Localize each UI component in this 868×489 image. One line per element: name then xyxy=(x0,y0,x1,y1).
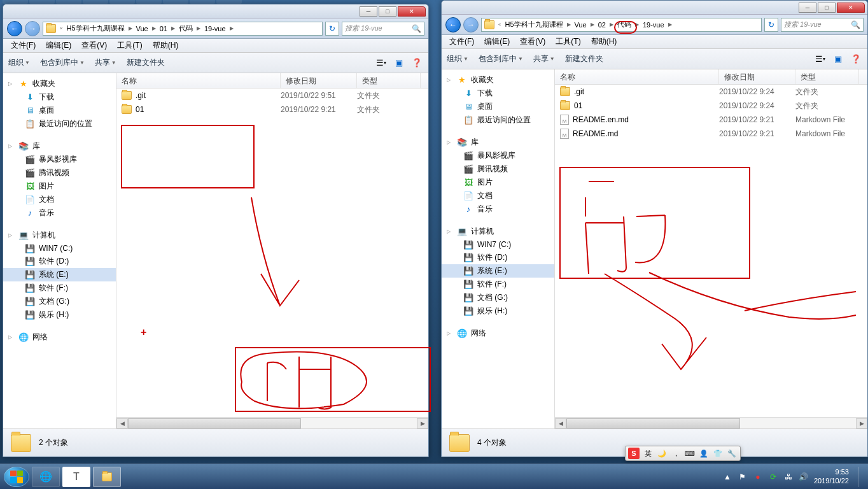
help-button[interactable]: ❓ xyxy=(850,53,862,66)
close-button[interactable]: ✕ xyxy=(837,3,865,13)
sidebar-item[interactable]: 💾文档 (G:) xyxy=(3,295,116,308)
search-input[interactable]: 搜索 19-vue🔍 xyxy=(342,22,424,36)
ime-punct-icon[interactable]: ， xyxy=(670,448,682,459)
breadcrumb-seg[interactable]: Vue xyxy=(134,22,151,35)
menu-help[interactable]: 帮助(H) xyxy=(586,36,622,47)
menu-file[interactable]: 文件(F) xyxy=(444,36,479,47)
breadcrumb-seg[interactable]: 代码 xyxy=(615,18,634,31)
menu-view[interactable]: 查看(V) xyxy=(76,40,112,51)
breadcrumb[interactable]: « H5学科十九期课程▶ Vue▶ 02▶ 代码▶ 19-vue▶ xyxy=(481,18,762,32)
ime-keyboard-icon[interactable]: ⌨ xyxy=(684,448,696,459)
refresh-button[interactable]: ↻ xyxy=(325,22,339,36)
start-button[interactable] xyxy=(4,467,29,487)
include-library-button[interactable]: 包含到库中▼ xyxy=(40,57,85,68)
sidebar-item[interactable]: 💾软件 (F:) xyxy=(442,278,554,291)
sidebar-item[interactable]: 💾软件 (F:) xyxy=(3,281,116,295)
col-date[interactable]: 修改日期 xyxy=(281,73,357,88)
file-row[interactable]: 012019/10/22 9:24文件夹 xyxy=(555,99,867,113)
menu-edit[interactable]: 编辑(E) xyxy=(479,36,515,47)
titlebar[interactable]: ─ □ ✕ xyxy=(3,4,428,18)
breadcrumb-seg[interactable]: 01 xyxy=(157,22,170,35)
view-options-button[interactable]: ☰▾ xyxy=(814,53,827,66)
file-row[interactable]: MREADME.en.md2019/10/22 9:21Markdown Fil… xyxy=(555,113,867,127)
ime-toolbar[interactable]: S 英 🌙 ， ⌨ 👤 👕 🔧 xyxy=(625,446,741,461)
ime-user-icon[interactable]: 👤 xyxy=(698,448,710,459)
search-input[interactable]: 搜索 19-vue🔍 xyxy=(781,18,864,32)
hscrollbar[interactable]: ◀▶ xyxy=(116,417,428,429)
menu-tools[interactable]: 工具(T) xyxy=(550,36,585,47)
clock[interactable]: 9:532019/10/22 xyxy=(814,468,853,485)
share-button[interactable]: 共享▼ xyxy=(95,57,116,68)
col-type[interactable]: 类型 xyxy=(357,73,421,88)
breadcrumb-seg[interactable]: H5学科十九期课程 xyxy=(502,18,565,31)
ime-moon-icon[interactable]: 🌙 xyxy=(656,448,668,459)
menu-tools[interactable]: 工具(T) xyxy=(112,40,147,51)
help-button[interactable]: ❓ xyxy=(410,57,423,69)
ime-skin-icon[interactable]: 👕 xyxy=(712,448,724,459)
sidebar-item[interactable]: 💾软件 (D:) xyxy=(3,255,116,268)
sidebar-item[interactable]: 🎬暴风影视库 xyxy=(3,153,116,166)
tray-record-icon[interactable]: ● xyxy=(753,472,763,482)
forward-button[interactable]: → xyxy=(463,17,479,32)
file-row[interactable]: .git2019/10/22 9:24文件夹 xyxy=(555,85,867,99)
breadcrumb-seg[interactable]: 代码 xyxy=(176,22,195,35)
new-folder-button[interactable]: 新建文件夹 xyxy=(127,57,165,68)
sidebar-item[interactable]: ⬇下载 xyxy=(3,90,116,104)
breadcrumb-seg[interactable]: 02 xyxy=(596,18,608,31)
minimize-button[interactable]: ─ xyxy=(799,3,816,13)
sidebar-item[interactable]: 📋最近访问的位置 xyxy=(3,117,116,131)
sidebar-item[interactable]: 💾系统 (E:) xyxy=(442,264,554,278)
taskbar-explorer[interactable] xyxy=(93,467,121,487)
maximize-button[interactable]: □ xyxy=(818,3,836,13)
tray-volume-icon[interactable]: 🔊 xyxy=(799,472,809,482)
organize-button[interactable]: 组织▼ xyxy=(447,53,468,64)
menu-view[interactable]: 查看(V) xyxy=(515,36,550,47)
sidebar-item[interactable]: ♪音乐 xyxy=(442,202,554,216)
sidebar-favorites[interactable]: ▷★收藏夹 xyxy=(442,73,554,87)
file-row[interactable]: 012019/10/22 9:21文件夹 xyxy=(116,103,428,117)
sidebar-item[interactable]: 📄文档 xyxy=(3,193,116,206)
forward-button[interactable]: → xyxy=(25,21,40,36)
sidebar-item[interactable]: 💾软件 (D:) xyxy=(442,251,554,264)
breadcrumb-seg[interactable]: 19-vue xyxy=(202,22,228,35)
breadcrumb[interactable]: « H5学科十九期课程▶ Vue▶ 01▶ 代码▶ 19-vue▶ xyxy=(43,22,323,36)
breadcrumb-seg[interactable]: H5学科十九期课程 xyxy=(64,22,127,35)
back-button[interactable]: ← xyxy=(7,21,22,36)
include-library-button[interactable]: 包含到库中▼ xyxy=(479,53,523,64)
sidebar-item[interactable]: 🎬腾讯视频 xyxy=(3,166,116,180)
taskbar-text[interactable]: T xyxy=(62,467,90,487)
tray-up-icon[interactable]: ▲ xyxy=(722,472,732,482)
tray-flag-icon[interactable]: ⚑ xyxy=(738,472,748,482)
sidebar-item[interactable]: 💾WIN7 (C:) xyxy=(3,242,116,255)
close-button[interactable]: ✕ xyxy=(398,6,426,17)
file-list[interactable]: .git2019/10/22 9:51文件夹012019/10/22 9:21文… xyxy=(116,89,428,417)
maximize-button[interactable]: □ xyxy=(379,6,396,17)
col-name[interactable]: 名称 xyxy=(555,69,719,84)
menu-file[interactable]: 文件(F) xyxy=(6,40,41,51)
show-desktop-button[interactable] xyxy=(858,467,864,487)
new-folder-button[interactable]: 新建文件夹 xyxy=(565,53,603,64)
share-button[interactable]: 共享▼ xyxy=(533,53,555,64)
sidebar-item[interactable]: 📋最近访问的位置 xyxy=(442,113,554,127)
view-options-button[interactable]: ☰▾ xyxy=(375,57,388,69)
ime-logo-icon[interactable]: S xyxy=(628,448,640,459)
sidebar-computer[interactable]: ▷💻计算机 xyxy=(3,229,116,242)
sidebar-item[interactable]: 🖥桌面 xyxy=(3,104,116,117)
menu-help[interactable]: 帮助(H) xyxy=(148,40,184,51)
hscrollbar[interactable]: ◀▶ xyxy=(555,417,867,429)
tray-network-icon[interactable]: 🖧 xyxy=(783,472,794,482)
sidebar-computer[interactable]: ▷💻计算机 xyxy=(442,225,554,238)
sidebar-item[interactable]: ♪音乐 xyxy=(3,206,116,220)
sidebar-item[interactable]: 🖼图片 xyxy=(442,176,554,189)
ime-lang-button[interactable]: 英 xyxy=(642,448,654,459)
sidebar-libraries[interactable]: ▷📚库 xyxy=(442,136,554,149)
ime-settings-icon[interactable]: 🔧 xyxy=(726,448,738,459)
file-row[interactable]: MREADME.md2019/10/22 9:21Markdown File xyxy=(555,127,867,141)
sidebar-item[interactable]: 🖥桌面 xyxy=(442,100,554,113)
sidebar-item[interactable]: 💾WIN7 (C:) xyxy=(442,238,554,251)
sidebar-item[interactable]: 💾娱乐 (H:) xyxy=(442,304,554,318)
organize-button[interactable]: 组织▼ xyxy=(8,57,30,68)
sidebar-item[interactable]: 🎬暴风影视库 xyxy=(442,149,554,162)
sidebar-item[interactable]: ⬇下载 xyxy=(442,87,554,100)
sidebar-network[interactable]: ▷🌐网络 xyxy=(442,327,554,340)
